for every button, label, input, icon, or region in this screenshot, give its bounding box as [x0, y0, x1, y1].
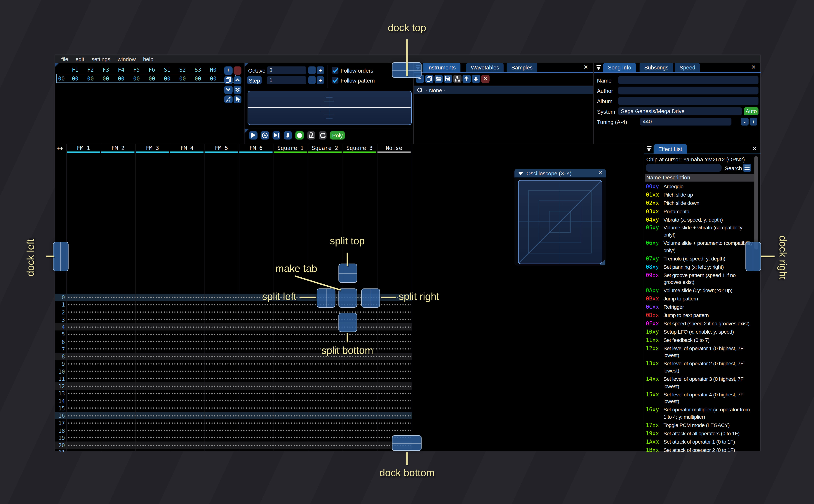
- pattern-row-13[interactable]: 13: [55, 390, 413, 397]
- tab-wavetables[interactable]: Wavetables: [466, 63, 504, 72]
- tuning-input[interactable]: 440: [640, 118, 732, 125]
- pattern-row-18[interactable]: 18: [55, 427, 413, 434]
- resize-grip[interactable]: [600, 259, 605, 265]
- pattern-row-15[interactable]: 15: [55, 405, 413, 412]
- panel-divider[interactable]: [244, 63, 245, 144]
- menu-item-window[interactable]: window: [114, 56, 139, 62]
- effect-row-0Cxx[interactable]: 0CxxRetrigger: [646, 303, 756, 311]
- effect-row-0Fxx[interactable]: 0FxxSet speed (speed 2 if no grooves exi…: [646, 319, 756, 328]
- effect-list-scrollbar[interactable]: [754, 156, 758, 250]
- orders-cell-F3[interactable]: 00: [98, 75, 114, 81]
- close-icon[interactable]: ✕: [750, 64, 757, 71]
- effect-row-11xx[interactable]: 11xxSet feedback (0 to 7): [646, 336, 756, 344]
- record-button[interactable]: [295, 131, 303, 139]
- effect-row-1Bxx[interactable]: 1BxxSet attack of operator 2 (0 to 1F): [646, 446, 756, 452]
- split-target-top[interactable]: [338, 264, 357, 283]
- play-button[interactable]: [249, 131, 257, 139]
- orders-cell-F1[interactable]: 00: [67, 75, 83, 81]
- instrument-move-up-button[interactable]: [463, 75, 471, 83]
- octave-plus-button[interactable]: +: [317, 66, 324, 74]
- pattern-row-21[interactable]: 21: [55, 449, 413, 452]
- oscilloscope-xy-titlebar[interactable]: Oscilloscope (X-Y) ✕: [515, 169, 606, 177]
- play-pattern-button[interactable]: [272, 131, 280, 139]
- effect-row-12xx[interactable]: 12xxSet level of operator 1 (0 highest, …: [646, 344, 756, 360]
- pattern-row-17[interactable]: 17: [55, 419, 413, 427]
- tuning-minus-button[interactable]: -: [741, 118, 749, 125]
- step-button[interactable]: Step: [247, 76, 262, 84]
- effect-table-header[interactable]: Name Description: [645, 174, 754, 181]
- system-auto-button[interactable]: Auto: [744, 107, 759, 115]
- instrument-move-down-button[interactable]: [472, 75, 480, 83]
- effect-row-08xy[interactable]: 08xySet panning (x: left; y: right): [646, 263, 756, 271]
- dock-target-top[interactable]: [392, 62, 422, 78]
- effect-row-05xy[interactable]: 05xyVolume slide + vibrato (compatibilit…: [646, 224, 756, 239]
- tab-samples[interactable]: Samples: [507, 63, 537, 72]
- pattern-row-6[interactable]: 6: [55, 338, 413, 345]
- pattern-row-20[interactable]: 20: [55, 442, 413, 449]
- play-from-beginning-button[interactable]: [261, 131, 269, 139]
- repeat-pattern-button[interactable]: [319, 131, 327, 139]
- name-input[interactable]: [618, 76, 758, 84]
- collapse-button[interactable]: [645, 144, 653, 154]
- step-plus-button[interactable]: +: [317, 76, 324, 84]
- follow-pattern-checkbox[interactable]: [332, 77, 338, 83]
- poly-mono-toggle[interactable]: Poly: [330, 131, 345, 139]
- oscilloscope-xy-window[interactable]: Oscilloscope (X-Y) ✕: [515, 169, 606, 266]
- effect-row-19xx[interactable]: 19xxSet attack of all operators (0 to 1F…: [646, 430, 756, 438]
- effect-row-13xx[interactable]: 13xxSet level of operator 2 (0 highest, …: [646, 360, 756, 375]
- pattern-row-16[interactable]: 16: [55, 412, 413, 419]
- effect-row-04xy[interactable]: 04xyVibrato (x: speed; y: depth): [646, 216, 756, 224]
- orders-cell-S2[interactable]: 00: [175, 75, 190, 81]
- orders-row[interactable]: 0000000000000000000000: [55, 63, 245, 92]
- menu-item-help[interactable]: help: [139, 56, 157, 62]
- pattern-row-9[interactable]: 9: [55, 360, 413, 367]
- instrument-duplicate-button[interactable]: [425, 75, 434, 83]
- pattern-row-19[interactable]: 19: [55, 434, 413, 442]
- order-duplicate-end-button[interactable]: [233, 86, 241, 94]
- order-add-button[interactable]: +: [224, 66, 232, 74]
- effect-row-10xy[interactable]: 10xySetup LFO (x: enable; y: speed): [646, 328, 756, 336]
- effect-row-02xx[interactable]: 02xxPitch slide down: [646, 199, 756, 207]
- oscilloscope-view[interactable]: [247, 91, 412, 125]
- pattern-row-10[interactable]: 10: [55, 367, 413, 375]
- effect-row-0Bxx[interactable]: 0BxxJump to pattern: [646, 295, 756, 303]
- pattern-row-4[interactable]: 4: [55, 323, 413, 331]
- metronome-button[interactable]: [307, 131, 315, 139]
- order-move-up-button[interactable]: [233, 76, 241, 84]
- instrument-list-item-selected[interactable]: - None -: [413, 86, 593, 94]
- effect-list-menu-button[interactable]: [743, 164, 751, 172]
- effect-row-0Axy[interactable]: 0AxyVolume slide (0y: down; x0: up): [646, 286, 756, 295]
- dock-target-right[interactable]: [745, 242, 761, 271]
- instrument-save-button[interactable]: [444, 75, 452, 83]
- effect-row-06xy[interactable]: 06xyVolume slide + portamento (compatibi…: [646, 239, 756, 255]
- close-icon[interactable]: ✕: [597, 170, 604, 176]
- orders-cell-S3[interactable]: 00: [190, 75, 205, 81]
- effect-row-07xy[interactable]: 07xyTremolo (x: speed; y: depth): [646, 255, 756, 263]
- pattern-row-5[interactable]: 5: [55, 331, 413, 338]
- tab-subsongs[interactable]: Subsongs: [640, 63, 673, 72]
- orders-cell-F6[interactable]: 00: [144, 75, 159, 81]
- instrument-delete-button[interactable]: ✕: [481, 75, 490, 83]
- menu-item-file[interactable]: file: [58, 56, 72, 62]
- step-minus-button[interactable]: -: [308, 76, 315, 84]
- effect-row-09xx[interactable]: 09xxSet groove pattern (speed 1 if no gr…: [646, 271, 756, 287]
- effect-row-00xy[interactable]: 00xyArpeggio: [646, 183, 756, 191]
- pattern-row-3[interactable]: 3: [55, 316, 413, 323]
- menu-item-settings[interactable]: settings: [88, 56, 114, 62]
- system-input[interactable]: Sega Genesis/Mega Drive: [618, 107, 742, 115]
- instrument-open-button[interactable]: [435, 75, 443, 83]
- author-input[interactable]: [618, 87, 758, 94]
- order-duplicate-button[interactable]: [224, 76, 232, 84]
- order-edit-mode-button[interactable]: [233, 95, 241, 103]
- effect-row-1Axx[interactable]: 1AxxSet attack of operator 1 (0 to 1F): [646, 438, 756, 446]
- effect-search-input[interactable]: [646, 164, 722, 172]
- effect-row-15xx[interactable]: 15xxSet level of operator 4 (0 highest, …: [646, 391, 756, 406]
- effect-row-17xx[interactable]: 17xxToggle PCM mode (LEGACY): [646, 421, 756, 430]
- panel-divider[interactable]: [593, 63, 594, 144]
- pattern-row-12[interactable]: 12: [55, 382, 413, 390]
- split-target-right[interactable]: [361, 288, 380, 308]
- octave-minus-button[interactable]: -: [308, 66, 315, 74]
- orders-cell-N0[interactable]: 00: [205, 75, 221, 81]
- octave-input[interactable]: 3: [267, 66, 306, 74]
- instrument-toggle-folders-button[interactable]: [453, 75, 462, 83]
